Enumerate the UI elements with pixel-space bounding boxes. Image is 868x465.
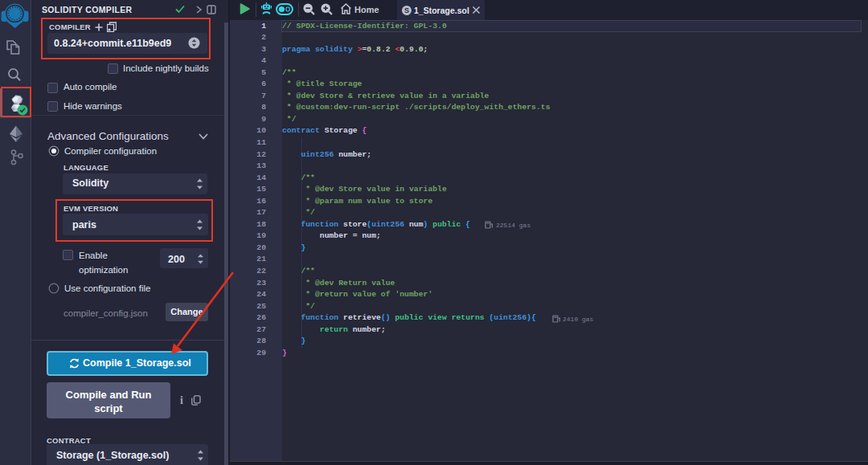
svg-text:S: S [404,6,409,14]
